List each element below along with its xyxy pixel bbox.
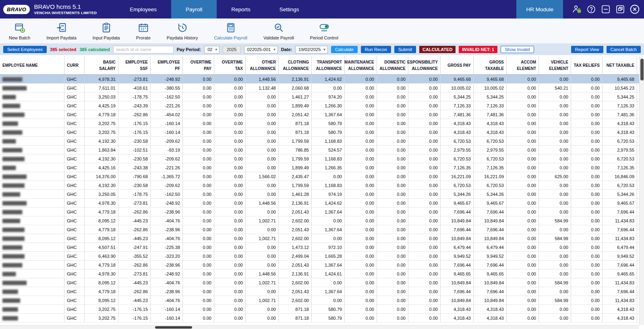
table-row[interactable]: ██████GHC4,192.30-230.58-209.620.000.000… [0,137,639,146]
table-row[interactable]: ██████████GHC4,779.18-262.86-454.020.000… [0,110,639,119]
new-batch-button[interactable]: New Batch [9,22,30,40]
column-header[interactable]: TAX RELIEFS [571,56,603,74]
input-paydata-button[interactable]: Input Paydata [93,22,120,40]
column-header[interactable]: ESPONSIBILITY ALLOWANCE [408,56,441,74]
column-header[interactable]: ACCOM ELEMENT [507,56,539,74]
table-row[interactable]: ██████████GHC8,095.12-445.23-404.760.000… [0,234,639,243]
table-row[interactable]: █████████GHC4,779.18-262.86-238.960.000.… [0,261,639,269]
amount-cell: 0.00 [345,119,377,127]
show-invalid-button[interactable]: Show Invalid [501,46,534,53]
search-input[interactable] [113,46,174,53]
table-row[interactable]: ███████GHC4,779.18-262.86-238.960.000.00… [0,287,639,296]
horizontal-scrollbar-thumb[interactable] [155,326,192,329]
minimize-icon[interactable] [600,3,612,15]
column-header[interactable]: MAINTENANCE ALLOWANCE [345,56,377,74]
table-row[interactable]: █████████GHC4,507.51-247.91-225.380.000.… [0,243,639,252]
amount-cell: 972.10 [312,243,345,251]
amount-cell: 0.00 [345,216,377,225]
column-header[interactable]: VEHICLE ELEMENT [539,56,571,74]
nav-payroll[interactable]: Payroll [171,0,217,19]
table-row[interactable]: ███████GHC3,202.75-176.15-160.140.000.00… [0,305,639,314]
table-row[interactable]: ████████GHC4,425.19-243.39-221.260.000.0… [0,101,639,110]
calculate-button[interactable]: Calculate [331,46,358,53]
paydata-history-button[interactable]: Paydata History [167,22,198,40]
table-row[interactable]: ██████GHC4,978.30-273.81-248.920.000.001… [0,269,639,278]
pay-period-select[interactable]: 02 ▾ [204,46,219,53]
table-row[interactable]: ██████████GHC4,192.30-230.58-209.620.000… [0,181,639,190]
column-header[interactable]: EMPLOYEE SSF [118,56,151,74]
report-view-button[interactable]: Report View [571,46,603,53]
table-row[interactable]: ██████████GHC4,779.18-262.86-238.960.000… [0,225,639,234]
column-header[interactable]: GROSS PAY [441,56,474,74]
table-row[interactable]: ████████GHC8,095.12-445.23-404.760.000.0… [0,296,639,305]
vertical-scrollbar[interactable] [639,56,644,325]
calculate-payroll-button[interactable]: Calculate Payroll [214,22,247,40]
column-header[interactable]: OVERTIME TAX [214,56,246,74]
amount-cell: -230.58 [118,154,151,163]
submit-button[interactable]: Submit [394,46,416,53]
vertical-scrollbar-thumb[interactable] [640,59,644,80]
help-icon[interactable] [585,3,597,15]
column-header[interactable]: EMPLOYEE NAME [0,56,64,74]
amount-cell: 2,979.55 [603,146,637,154]
table-row[interactable]: ███████████GHC14,376.00-790.68-1,365.720… [0,172,639,181]
column-header[interactable]: OVERTIME PAY [183,56,214,74]
table-row[interactable]: █████████GHC1,863.84-102.51-93.190.000.0… [0,146,639,154]
table-row[interactable]: ███████████GHC4,978.30-273.81-248.920.00… [0,199,639,208]
nav-employees[interactable]: Employees [115,0,171,19]
redacted-employee-name: █████████ [2,245,22,249]
select-employees-button[interactable]: Select Employees [3,46,47,53]
column-header[interactable]: EMPLOYEE PF [151,56,183,74]
amount-cell: 0.00 [408,243,441,251]
table-row[interactable]: ███████████GHC8,095.12-445.23-404.760.00… [0,278,639,287]
table-row[interactable]: ██████GHC4,425.16-243.38-221.260.000.000… [0,163,639,172]
run-recon-button[interactable]: Run Recon [361,46,391,53]
amount-cell: -247.91 [118,243,151,251]
new-batch-icon [14,22,25,34]
column-header[interactable]: NET TAXABLE [603,56,637,74]
close-icon[interactable] [629,3,641,15]
currency-cell: GHC [64,252,85,260]
maximize-icon[interactable] [614,3,626,15]
column-header[interactable]: BASIC SALARY [85,56,118,74]
amount-cell: 0.00 [345,101,377,110]
amount-cell: 0.00 [246,146,279,154]
column-header[interactable]: TRANSPORT ALLOWANCE [312,56,345,74]
amount-cell: 0.00 [408,93,441,101]
amount-cell: 0.00 [571,84,603,92]
import-paydata-button[interactable]: Import Paydata [46,22,77,40]
table-row[interactable]: ██████GHC3,250.03-178.75-162.500.000.000… [0,93,639,101]
amount-cell: 0.00 [571,252,603,260]
table-row[interactable]: ███████████GHC7,611.01-418.61-380.550.00… [0,84,639,93]
horizontal-scrollbar[interactable] [0,325,639,329]
nav-reports[interactable]: Reports [217,0,265,19]
date-select[interactable]: 19/02/2025 ▾ [295,46,328,53]
table-row[interactable]: █████████GHC4,978.31-273.81-248.920.000.… [0,75,639,84]
table-row[interactable]: ███████GHC3,202.75-176.15-160.140.000.00… [0,314,639,323]
user-lock-icon[interactable] [571,3,583,15]
validate-payroll-button[interactable]: Validate Payroll [263,22,294,40]
period-control-button[interactable]: Period Control [310,22,338,40]
batch-select[interactable]: 022025-001 ▾ [244,46,278,53]
table-row[interactable]: ██████████GHC4,192.30-230.58-209.620.000… [0,154,639,163]
column-header[interactable]: GROSS TAXABLE [474,56,507,74]
hr-module-button[interactable]: HR Module [516,0,563,19]
amount-cell: 0.00 [408,119,441,127]
table-row[interactable]: ████████GHC8,095.12-445.23-404.760.000.0… [0,216,639,225]
table-row[interactable]: ██████████GHC6,463.90-355.52-323.200.000… [0,252,639,261]
column-header[interactable]: CLOTHING ALLOWANCE [279,56,312,74]
nav-settings[interactable]: Settings [265,0,314,19]
table-row[interactable]: ████████GHC3,250.05-178.75-162.500.000.0… [0,190,639,199]
table-row[interactable]: █████████GHC4,779.18-262.86-238.960.000.… [0,208,639,216]
prorate-button[interactable]: Prorate [136,22,151,40]
amount-cell: 0.00 [507,84,539,92]
amount-cell: 0.00 [312,84,345,92]
invalid-net-badge: INVALID NET: 1 [459,46,497,53]
amount-cell: 0.00 [246,93,279,101]
cancel-batch-button[interactable]: Cancel Batch [607,46,641,53]
column-header[interactable]: OTHER ALLOWANCE [246,56,279,74]
column-header[interactable]: CURR [64,56,85,74]
table-row[interactable]: █████████GHC3,202.75-176.15-160.140.000.… [0,128,639,137]
table-row[interactable]: ███████GHC3,202.75-176.15-160.140.000.00… [0,119,639,128]
column-header[interactable]: DOMESTIC ALLOWANCE [377,56,408,74]
